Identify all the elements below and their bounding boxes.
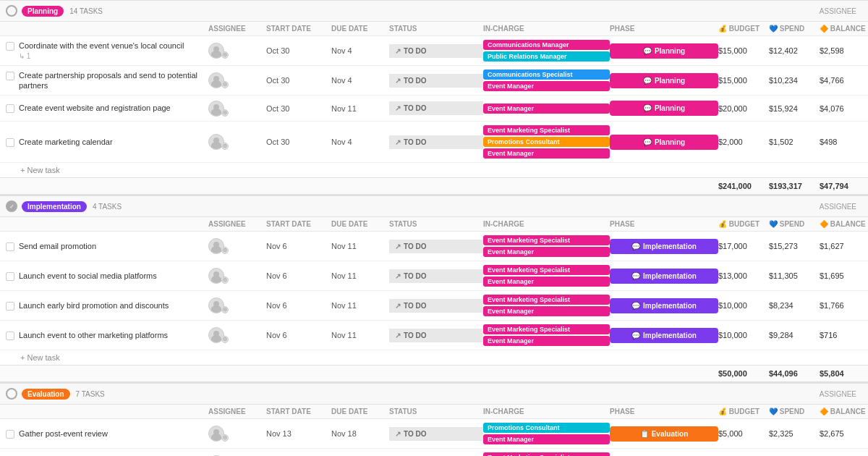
task-name-cell: Launch event to social media platforms	[6, 271, 208, 281]
charge-tag: Event Marketing Specialist	[483, 125, 610, 135]
task-checkbox[interactable]	[6, 430, 14, 439]
phase-cell[interactable]: 💬 Implementation	[610, 298, 718, 313]
task-checkbox[interactable]	[6, 104, 14, 113]
charge-tag: Event Marketing Specialist	[483, 295, 610, 305]
section-header-implementation[interactable]: ✓ Implementation 4 TASKS ASSIGNEE	[0, 195, 868, 217]
col-incharge-h: IN-CHARGE	[483, 408, 610, 415]
spend-cell: $9,284	[769, 331, 820, 339]
task-checkbox[interactable]	[6, 242, 14, 251]
spend-cell: $2,325	[769, 429, 820, 438]
task-name-cell: Create event website and registration pa…	[6, 103, 208, 113]
spend-cell: $15,924	[769, 104, 820, 113]
col-assignee: ASSIGNEE	[820, 203, 856, 211]
section-header-evaluation[interactable]: Evaluation 7 TASKS ASSIGNEE	[0, 383, 868, 405]
task-name: Launch early bird promotion and discount…	[19, 300, 169, 311]
phase-cell[interactable]: 💬 Implementation	[610, 239, 718, 254]
task-checkbox[interactable]	[6, 72, 14, 80]
col-task	[6, 408, 208, 415]
status-label: TO DO	[404, 302, 426, 310]
col-balance-h: 🔶 BALANCE	[820, 220, 868, 228]
start-date: Nov 6	[266, 242, 331, 250]
task-name-cell: Send email promotion	[6, 241, 208, 251]
phase-cell[interactable]: 💬 Planning	[610, 135, 718, 150]
col-headers-evaluation: ASSIGNEE START DATE DUE DATE STATUS IN-C…	[0, 405, 868, 419]
status-cell[interactable]: ↗ TO DO	[389, 101, 483, 115]
status-cell[interactable]: ↗ TO DO	[389, 329, 483, 342]
phase-cell[interactable]: 💬 Planning	[610, 43, 718, 59]
section-circle-planning[interactable]	[6, 5, 17, 17]
section-badge-evaluation: Evaluation	[22, 389, 70, 400]
budget-cell: $10,000	[718, 331, 769, 339]
due-date: Nov 11	[331, 301, 389, 310]
task-checkbox[interactable]	[6, 272, 14, 281]
status-label: TO DO	[404, 242, 426, 250]
phase-icon: 📋	[640, 430, 649, 438]
phase-label: Planning	[655, 47, 685, 55]
budget-cell: $15,000	[718, 46, 769, 55]
phase-cell[interactable]: 💬 Planning	[610, 101, 718, 116]
status-cell[interactable]: ↗ TO DO	[389, 74, 483, 88]
task-count-evaluation: 7 TASKS	[76, 390, 105, 398]
totals-row-planning: $241,000 $193,317 $47,794	[0, 177, 868, 195]
col-task	[6, 220, 208, 228]
phase-cell[interactable]: 📋 Evaluation	[610, 426, 718, 442]
col-budget-h: 💰 BUDGET	[718, 25, 769, 33]
task-checkbox[interactable]	[6, 332, 14, 340]
status-cell[interactable]: ↗ TO DO	[389, 427, 483, 441]
status-arrow-icon: ↗	[395, 77, 401, 85]
status-arrow-icon: ↗	[395, 302, 401, 310]
section-badge-implementation: Implementation	[22, 201, 87, 212]
charge-tag: Event Marketing Specialist	[483, 324, 610, 334]
charge-tag: Communications Specialist	[483, 69, 610, 80]
phase-icon: 💬	[643, 47, 652, 55]
budget-cell: $10,000	[718, 301, 769, 310]
section-header-planning[interactable]: Planning 14 TASKS ASSIGNEE	[0, 0, 868, 22]
task-name-cell: Launch event to other marketing platform…	[6, 330, 208, 340]
phase-cell[interactable]: 💬 Implementation	[610, 328, 718, 343]
status-arrow-icon: ↗	[395, 272, 401, 280]
status-cell[interactable]: ↗ TO DO	[389, 135, 483, 149]
col-due-h: DUE DATE	[331, 220, 389, 228]
total-balance: $47,794	[820, 182, 868, 190]
task-name-cell: Create partnership proposals and send to…	[6, 70, 208, 91]
status-arrow-icon: ↗	[395, 47, 401, 55]
section-circle-implementation[interactable]: ✓	[6, 200, 17, 212]
table-row: Launch event to other marketing platform…	[0, 321, 868, 350]
main-container: Planning 14 TASKS ASSIGNEE ASSIGNEE STAR…	[0, 0, 868, 456]
col-budget-h: 💰 BUDGET	[718, 220, 769, 228]
table-row: Ask for feedback on social media ⚙ Nov 1…	[0, 449, 868, 456]
col-balance-h: 🔶 BALANCE	[820, 408, 868, 415]
start-date: Oct 30	[266, 104, 331, 113]
task-checkbox[interactable]	[6, 42, 14, 51]
col-assignee-h: ASSIGNEE	[208, 25, 266, 33]
new-task-button[interactable]: + New task	[0, 350, 868, 365]
status-cell[interactable]: ↗ TO DO	[389, 240, 483, 253]
due-date: Nov 11	[331, 242, 389, 250]
task-name-cell: Launch early bird promotion and discount…	[6, 300, 208, 311]
col-start-h: START DATE	[266, 25, 331, 33]
status-arrow-icon: ↗	[395, 430, 401, 438]
task-checkbox[interactable]	[6, 302, 14, 311]
section-circle-evaluation[interactable]	[6, 388, 17, 400]
spend-cell: $12,402	[769, 46, 820, 55]
status-label: TO DO	[404, 430, 426, 438]
task-name: Create marketing calendar	[19, 137, 113, 147]
balance-cell: $498	[820, 138, 868, 146]
status-cell[interactable]: ↗ TO DO	[389, 299, 483, 313]
assignee-cell: ⚙	[208, 268, 266, 284]
new-task-button[interactable]: + New task	[0, 163, 868, 177]
status-arrow-icon: ↗	[395, 332, 401, 339]
status-cell[interactable]: ↗ TO DO	[389, 269, 483, 283]
col-assignee: ASSIGNEE	[820, 390, 856, 398]
avatar	[208, 43, 224, 59]
col-status-h: STATUS	[389, 220, 483, 228]
table-row: Create marketing calendar ⚙ Oct 30Nov 4↗…	[0, 122, 868, 163]
status-cell[interactable]: ↗ TO DO	[389, 44, 483, 58]
phase-cell[interactable]: 💬 Implementation	[610, 269, 718, 284]
task-checkbox[interactable]	[6, 138, 14, 147]
phase-cell[interactable]: 💬 Planning	[610, 73, 718, 88]
phase-icon: 💬	[631, 302, 640, 310]
in-charge-cell: Event Marketing SpecialistPromotions Con…	[483, 452, 610, 456]
spend-cell: $1,502	[769, 138, 820, 146]
balance-cell: $2,675	[820, 429, 868, 438]
